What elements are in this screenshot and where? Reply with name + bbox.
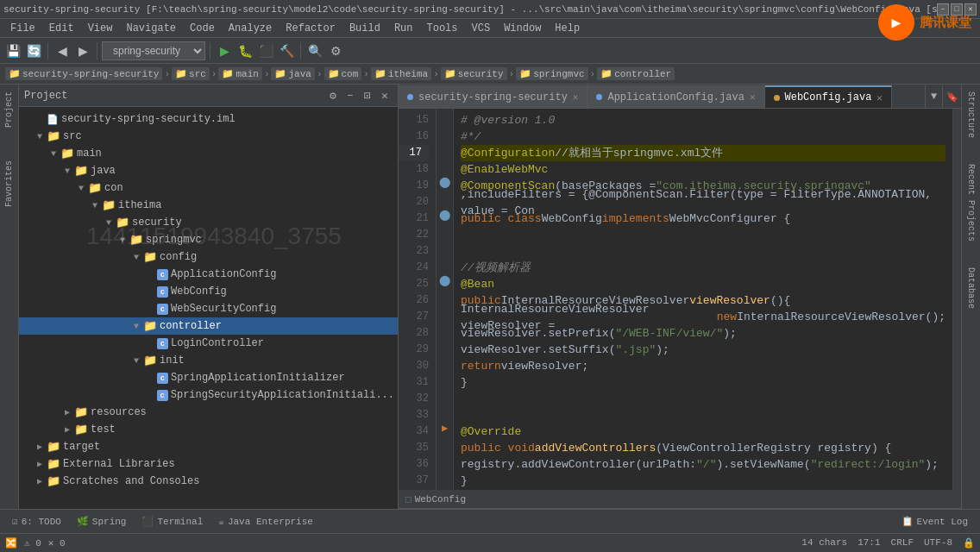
folder-icon5: 📁 xyxy=(374,68,386,79)
tab-close3[interactable]: ✕ xyxy=(876,92,883,104)
sep3: › xyxy=(264,69,270,79)
src-toggle[interactable]: ▼ xyxy=(33,129,47,143)
menu-file[interactable]: File xyxy=(3,21,42,36)
tab-project[interactable]: security-spring-security ✕ xyxy=(399,85,587,108)
menu-help[interactable]: Help xyxy=(548,21,587,36)
panel-settings-btn[interactable]: ⚙ xyxy=(325,88,341,104)
tab-overflow-btn[interactable]: ▼ xyxy=(925,85,942,108)
tab-bookmark-btn[interactable]: 🔖 xyxy=(942,85,961,108)
tree-item-config[interactable]: ▼ 📁 config xyxy=(19,248,398,266)
toolbar-save[interactable]: 💾 xyxy=(3,41,22,60)
tree-item-target[interactable]: ▶ 📁 target xyxy=(19,438,398,455)
tree-item-appconfig[interactable]: C ApplicationConfig xyxy=(19,266,398,283)
breadcrumb-editor-icon: ⬚ xyxy=(405,493,411,505)
toolbar-run[interactable]: ▶ xyxy=(215,41,234,60)
tree-item-main[interactable]: ▼ 📁 main xyxy=(19,145,398,162)
title-text: security-spring-security [F:\teach\sprin… xyxy=(3,4,937,15)
tree-item-itheima[interactable]: ▼ 📁 itheima xyxy=(19,197,398,214)
favorites-tab[interactable]: Favorites xyxy=(3,157,16,210)
code-line-35: public void addViewControllers(ViewContr… xyxy=(461,440,945,456)
bottom-tab-eventlog[interactable]: 📋 Event Log xyxy=(895,512,975,531)
toolbar-settings[interactable]: ⚙ xyxy=(326,41,345,60)
panel-close-btn[interactable]: ✕ xyxy=(377,88,393,104)
bottom-tab-enterprise[interactable]: ☕ Java Enterprise xyxy=(211,512,320,531)
scrollbar[interactable] xyxy=(952,109,961,490)
menu-tools[interactable]: Tools xyxy=(420,21,465,36)
tree-item-logincontroller[interactable]: C LoginController xyxy=(19,335,398,352)
toolbar-build[interactable]: 🔨 xyxy=(277,41,296,60)
tree-label-springinit: SpringApplicationInitializer xyxy=(171,372,345,384)
tree-item-external[interactable]: ▶ 📁 External Libraries xyxy=(19,455,398,473)
tree-item-springsecurityinit[interactable]: C SpringSecurityApplicationInitiali... xyxy=(19,386,398,404)
tree-item-iml[interactable]: 📄 security-spring-security.iml xyxy=(19,110,398,128)
tree-item-test[interactable]: ▶ 📁 test xyxy=(19,421,398,438)
toolbar-sync[interactable]: 🔄 xyxy=(24,41,43,60)
tree-item-con[interactable]: ▼ 📁 con xyxy=(19,179,398,197)
bean-icon-25: ⬤ xyxy=(439,274,450,287)
breadcrumb-security[interactable]: 📁 security xyxy=(441,67,507,80)
menu-vcs[interactable]: VCS xyxy=(465,21,498,36)
status-position: 17:1 xyxy=(858,537,880,549)
tree-item-webconfig[interactable]: C WebConfig xyxy=(19,283,398,300)
tree-item-websecurity[interactable]: C WebSecurityConfig xyxy=(19,300,398,317)
tab-close2[interactable]: ✕ xyxy=(750,91,756,103)
toolbar-stop[interactable]: ⬛ xyxy=(256,41,275,60)
breadcrumb-main[interactable]: 📁 main xyxy=(218,67,261,80)
gutter-25[interactable]: ⬤ xyxy=(437,273,453,289)
gutter-30 xyxy=(437,354,453,371)
menu-analyze[interactable]: Analyze xyxy=(222,21,279,36)
gutter-21[interactable]: ⬤ xyxy=(437,207,453,223)
tree-item-scratches[interactable]: ▶ 📁 Scratches and Consoles xyxy=(19,473,398,490)
menu-edit[interactable]: Edit xyxy=(42,21,81,36)
panel-layout-btn[interactable]: ⊡ xyxy=(360,88,375,104)
project-tab[interactable]: Project xyxy=(3,88,16,131)
tree-item-springinit[interactable]: C SpringApplicationInitializer xyxy=(19,369,398,386)
recent-projects-tab[interactable]: Recent Projects xyxy=(964,160,977,245)
tab-close1[interactable]: ✕ xyxy=(573,91,579,103)
bottom-tab-todo[interactable]: ☑ 6: TODO xyxy=(5,512,68,531)
structure-tab[interactable]: Structure xyxy=(964,88,977,141)
breadcrumb-src[interactable]: 📁 src xyxy=(172,67,210,80)
code-content[interactable]: # @version 1.0 #*/ @Configuration//就相当于s… xyxy=(454,109,952,490)
tree-item-init[interactable]: ▼ 📁 init xyxy=(19,352,398,369)
tab-webconfig[interactable]: WebConfig.java ✕ xyxy=(765,85,892,108)
init-folder-icon: 📁 xyxy=(143,354,157,367)
gutter-34[interactable]: ▶ xyxy=(437,420,453,436)
breadcrumb-controller[interactable]: 📁 controller xyxy=(597,67,675,80)
toolbar-debug[interactable]: 🐛 xyxy=(236,41,254,60)
menu-code[interactable]: Code xyxy=(183,21,222,36)
breadcrumb-com[interactable]: 📁 com xyxy=(324,67,362,80)
panel-collapse-btn[interactable]: – xyxy=(342,88,358,104)
breadcrumb-root[interactable]: 📁 security-spring-security xyxy=(5,67,162,80)
tree-item-src[interactable]: ▼ 📁 src xyxy=(19,128,398,145)
bottom-tab-terminal[interactable]: ⬛ Terminal xyxy=(135,512,210,531)
menu-navigate[interactable]: Navigate xyxy=(119,21,183,36)
gutter-19[interactable]: ⬤ xyxy=(437,174,453,191)
bottom-tab-spring[interactable]: 🌿 Spring xyxy=(70,512,134,531)
menu-view[interactable]: View xyxy=(81,21,120,36)
eventlog-label: Event Log xyxy=(917,517,968,527)
menu-window[interactable]: Window xyxy=(497,21,548,36)
toolbar-forward[interactable]: ▶ xyxy=(73,41,92,60)
branch-selector[interactable]: spring-security xyxy=(102,41,205,60)
toolbar-search[interactable]: 🔍 xyxy=(305,41,324,60)
breadcrumb-springmvc[interactable]: 📁 springmvc xyxy=(516,67,587,80)
gutter-33 xyxy=(437,404,453,420)
toolbar-back[interactable]: ◀ xyxy=(53,41,72,60)
menu-build[interactable]: Build xyxy=(342,21,387,36)
code-editor[interactable]: 15 16 17 18 19 20 21 22 23 24 25 26 27 2… xyxy=(399,109,961,490)
tree-item-controller[interactable]: ▼ 📁 controller xyxy=(19,317,398,335)
tree-item-springmvc[interactable]: ▼ 📁 springmvc xyxy=(19,231,398,248)
tree-item-resources[interactable]: ▶ 📁 resources xyxy=(19,404,398,421)
status-git: 🔀 xyxy=(5,537,17,549)
menu-refactor[interactable]: Refactor xyxy=(279,21,342,36)
breadcrumb-itheima[interactable]: 📁 itheima xyxy=(371,67,431,80)
tree-item-security[interactable]: ▼ 📁 security xyxy=(19,214,398,231)
status-encoding: UTF-8 xyxy=(924,537,952,549)
tab-appconfig[interactable]: ApplicationConfig.java ✕ xyxy=(587,85,764,108)
database-tab[interactable]: Database xyxy=(964,264,977,312)
tree-item-java[interactable]: ▼ 📁 java xyxy=(19,162,398,179)
menu-run[interactable]: Run xyxy=(387,21,420,36)
breadcrumb-java[interactable]: 📁 java xyxy=(271,67,314,80)
tree-label-main: main xyxy=(77,147,102,160)
